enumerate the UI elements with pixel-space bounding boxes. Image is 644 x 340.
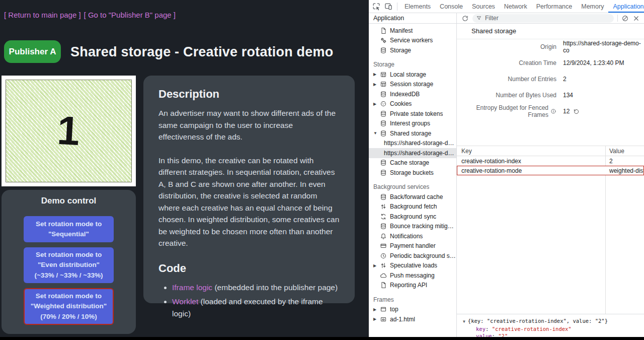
tab-network[interactable]: Network [500,1,532,13]
tree-item-top[interactable]: ▶ top [369,305,456,315]
tab-sources[interactable]: Sources [467,1,500,13]
expand-arrow-icon[interactable]: ▶ [372,82,380,87]
tree-item-cookies[interactable]: ▶ Cookies [369,99,456,109]
tree-item-interest-groups[interactable]: Interest groups [369,119,456,129]
nav-link-return-to-main-page[interactable]: [ Return to main page ] [4,11,81,19]
database-icon [380,130,387,137]
expand-arrow-icon[interactable]: ▶ [372,102,380,106]
code-link[interactable]: Iframe logic [172,283,212,292]
filter-box[interactable] [472,14,614,23]
view-title: Shared storage [471,27,516,35]
expand-arrow-icon[interactable]: ▶ [372,72,380,77]
tree-item-https-shared-storage-d[interactable]: https://shared-storage-d… [369,148,456,158]
tree-item-label: Cache storage [390,159,429,166]
payment-icon [380,242,387,249]
rotation-button-sequential[interactable]: Set rotation mode to "Sequential" [24,216,114,242]
tree-item-storage[interactable]: Storage [369,45,456,55]
tree-item-notifications[interactable]: Notifications [369,231,456,241]
tree-item-back-forward-cache[interactable]: Back/forward cache [369,192,456,202]
field-row: Number of Bytes Used 134 [457,87,644,103]
expand-arrow-icon[interactable]: ▶ [372,263,380,268]
reset-icon[interactable] [573,108,580,115]
tree-item-storage: Storage [369,60,456,70]
inspect-element-icon[interactable] [372,2,381,11]
ad-creative-frame[interactable]: 1 [2,76,136,186]
database-icon [380,110,387,117]
tree-item-bounce-tracking-mitiga[interactable]: Bounce tracking mitiga… [369,222,456,232]
tree-item-push-messaging[interactable]: Push messaging [369,270,456,281]
expand-arrow-icon[interactable]: ▼ [372,131,380,135]
tree-item-label: IndexedDB [390,91,420,98]
tree-item-service-workers[interactable]: Service workers [369,36,456,46]
sidebar-panel-title: Application [369,13,457,24]
bell-icon [380,233,387,240]
tree-item-session-storage[interactable]: ▶ Session storage [369,80,456,90]
tree-item-ad-1-html[interactable]: ▶ ad-1.html [369,314,456,324]
storage-row[interactable]: creative-rotation-mode weighted-distribu… [457,166,644,175]
field-row: Number of Entries 2 [457,71,644,87]
storage-key: creative-rotation-index [457,158,605,165]
expand-arrow-icon[interactable]: ▶ [372,307,380,312]
database-icon [380,193,387,200]
tab-elements[interactable]: Elements [400,1,435,13]
clear-icon[interactable] [621,15,629,22]
storage-toolbar [457,13,644,24]
code-list: Iframe logic (embedded into the publishe… [158,282,340,319]
divider [397,3,397,11]
tree-item-background-fetch[interactable]: Background fetch [369,202,456,212]
tree-item-manifest[interactable]: Manifest [369,26,456,36]
tree-item-local-storage[interactable]: ▶ Local storage [369,70,456,80]
field-value: 2 [563,76,567,83]
field-label: Creation Time [457,59,556,66]
tree-item-https-shared-storage-d[interactable]: https://shared-storage-d… [369,139,456,149]
device-toolbar-icon[interactable] [384,2,393,11]
field-label: Number of Entries [457,76,556,83]
tree-item-label: Cookies [390,100,412,107]
rotation-button-even-distribution[interactable]: Set rotation mode to "Even distribution"… [24,247,114,283]
tree-item-label: Storage buckets [390,169,434,176]
code-link[interactable]: Worklet [172,297,198,306]
tree-item-cache-storage[interactable]: Cache storage [369,158,456,168]
nav-link-go-to-publisher-b[interactable]: [ Go to "Publisher B" page ] [84,11,176,19]
tree-item-background-sync[interactable]: Background sync [369,212,456,222]
expand-arrow-icon[interactable]: ▶ [372,317,380,321]
tree-item-reporting-api[interactable]: Reporting API [369,281,456,291]
tree-item-label: Push messaging [390,272,435,279]
code-heading: Code [158,262,340,275]
storage-row[interactable]: creative-rotation-index 2 [457,156,644,166]
tab-console[interactable]: Console [435,1,467,13]
tree-item-private-state-tokens[interactable]: Private state tokens [369,109,456,119]
tree-item-label: Notifications [390,233,423,240]
clock-icon [380,252,387,259]
tree-item-label: top [390,306,398,313]
tab-memory[interactable]: Memory [577,1,608,13]
tree-item-speculative-loads[interactable]: ▶ Speculative loads [369,261,456,271]
creative-number: 1 [56,110,81,152]
rotation-button-weighted-distribution[interactable]: Set rotation mode to "Weighted distribut… [24,288,114,325]
refresh-icon[interactable] [461,15,469,22]
publisher-a-badge: Publisher A [4,40,61,63]
tree-item-shared-storage[interactable]: ▼ Shared storage [369,128,456,139]
filter-input[interactable] [484,14,610,22]
tree-item-label: Background services [373,183,429,190]
filter-funnel-icon [476,15,482,21]
sync-icon [380,213,387,220]
tree-item-label: Service workers [390,37,433,44]
table-icon [380,71,387,78]
delete-icon[interactable] [632,15,640,22]
tab-performance[interactable]: Performance [532,1,577,13]
info-icon[interactable] [550,108,556,114]
tree-item-storage-buckets[interactable]: Storage buckets [369,168,456,178]
tree-item-label: Periodic background s… [390,252,456,259]
devtools-window: ElementsConsoleSourcesNetworkPerformance… [369,0,644,337]
tree-item-indexeddb[interactable]: IndexedDB [369,89,456,99]
tree-item-payment-handler[interactable]: Payment handler [369,241,456,251]
tab-application[interactable]: Application [608,1,644,13]
database-icon [380,159,387,166]
tree-item-periodic-background-s[interactable]: Periodic background s… [369,251,456,261]
tree-item-frames: Frames [369,295,456,305]
top-nav: [ Return to main page ][ Go to "Publishe… [4,11,179,19]
expand-arrow-icon[interactable]: ▼ [463,319,465,324]
field-value: 12 [563,108,580,115]
file-icon [380,282,387,289]
